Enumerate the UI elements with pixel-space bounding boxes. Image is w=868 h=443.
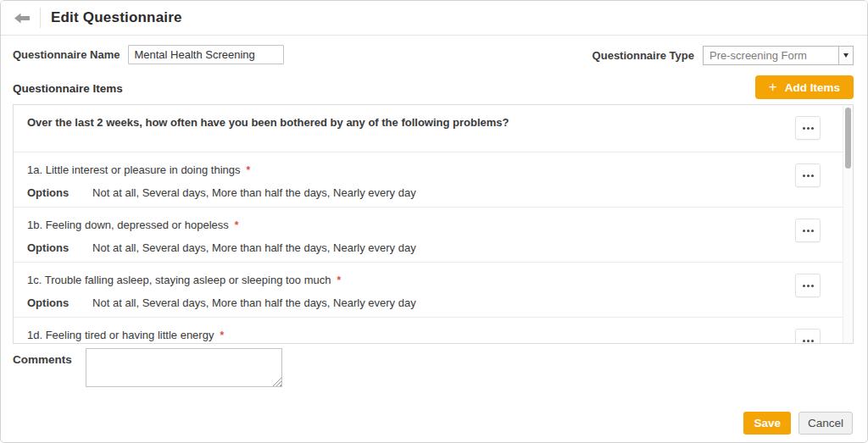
- options-label: Options: [27, 241, 69, 255]
- item-text: Over the last 2 weeks, how often have yo…: [27, 116, 792, 130]
- arrow-left-icon: [14, 13, 30, 24]
- questionnaire-item-row: 1d. Feeling tired or having little energ…: [14, 318, 843, 343]
- ellipsis-icon: [811, 174, 814, 177]
- footer-actions: Save Cancel: [743, 412, 853, 435]
- select-arrow-button[interactable]: [838, 47, 853, 64]
- item-menu-button[interactable]: [795, 329, 821, 343]
- items-section-heading: Questionnaire Items: [13, 82, 123, 95]
- options-values: Not at all, Several days, More than half…: [92, 241, 416, 255]
- questionnaire-item-row: 1a. Little interest or pleasure in doing…: [14, 152, 843, 208]
- comments-label: Comments: [13, 353, 86, 387]
- ellipsis-icon: [807, 174, 810, 177]
- ellipsis-icon: [807, 127, 810, 130]
- item-text: 1d. Feeling tired or having little energ…: [27, 329, 792, 342]
- item-menu-button[interactable]: [795, 274, 821, 297]
- item-options-row: Options Not at all, Several days, More t…: [27, 186, 792, 200]
- required-asterisk: *: [235, 219, 239, 231]
- questionnaire-type-value: Pre-screening Form: [704, 49, 838, 62]
- items-scroll-area: Over the last 2 weeks, how often have yo…: [14, 105, 843, 343]
- add-items-button[interactable]: + Add Items: [755, 75, 854, 99]
- options-values: Not at all, Several days, More than half…: [92, 296, 416, 310]
- options-values: Not at all, Several days, More than half…: [92, 186, 416, 200]
- ellipsis-icon: [803, 285, 805, 287]
- ellipsis-icon: [811, 285, 814, 287]
- questionnaire-item-row: 1c. Trouble falling asleep, staying asle…: [14, 263, 843, 318]
- item-text: 1a. Little interest or pleasure in doing…: [27, 163, 792, 177]
- ellipsis-icon: [803, 174, 805, 177]
- item-text: 1c. Trouble falling asleep, staying asle…: [27, 274, 792, 287]
- required-asterisk: *: [220, 329, 224, 341]
- required-asterisk: *: [337, 274, 341, 286]
- ellipsis-icon: [803, 340, 805, 342]
- options-label: Options: [27, 296, 69, 310]
- required-asterisk: *: [247, 164, 251, 176]
- save-button[interactable]: Save: [743, 412, 791, 435]
- questionnaire-type-label: Questionnaire Type: [593, 49, 694, 62]
- ellipsis-icon: [811, 340, 814, 342]
- scrollbar-thumb[interactable]: [845, 108, 851, 169]
- add-items-label: Add Items: [785, 81, 840, 94]
- comments-row: Comments: [13, 348, 282, 387]
- ellipsis-icon: [803, 127, 805, 130]
- item-menu-button[interactable]: [795, 219, 821, 242]
- items-section-header: Questionnaire Items + Add Items: [13, 75, 854, 101]
- questionnaire-items-list: Over the last 2 weeks, how often have yo…: [13, 104, 854, 344]
- header: Edit Questionnaire: [1, 1, 867, 36]
- questionnaire-item-row: 1b. Feeling down, depressed or hopeless*…: [14, 208, 843, 263]
- edit-questionnaire-page: Edit Questionnaire Questionnaire Name Qu…: [0, 0, 868, 443]
- ellipsis-icon: [811, 127, 814, 130]
- item-options-row: Options Not at all, Several days, More t…: [27, 241, 792, 255]
- questionnaire-name-label: Questionnaire Name: [13, 48, 120, 61]
- questionnaire-type-select[interactable]: Pre-screening Form: [703, 46, 854, 65]
- scrollbar-track[interactable]: [843, 105, 853, 343]
- ellipsis-icon: [811, 230, 814, 232]
- ellipsis-icon: [803, 230, 805, 232]
- item-menu-button[interactable]: [795, 163, 821, 187]
- ellipsis-icon: [807, 285, 810, 287]
- page-title: Edit Questionnaire: [51, 9, 182, 26]
- ellipsis-icon: [807, 340, 810, 342]
- item-options-row: Options Not at all, Several days, More t…: [27, 296, 792, 310]
- options-label: Options: [27, 186, 69, 200]
- chevron-down-icon: [843, 53, 849, 58]
- form-row: Questionnaire Name Questionnaire Type Pr…: [13, 45, 854, 65]
- header-divider: [40, 8, 41, 28]
- item-text: 1b. Feeling down, depressed or hopeless*: [27, 219, 792, 232]
- back-button[interactable]: [13, 8, 31, 27]
- comments-textarea[interactable]: [86, 348, 282, 387]
- ellipsis-icon: [807, 230, 810, 232]
- cancel-button[interactable]: Cancel: [798, 412, 853, 435]
- questionnaire-item-row: Over the last 2 weeks, how often have yo…: [14, 105, 843, 152]
- plus-icon: +: [769, 80, 777, 94]
- item-menu-button[interactable]: [795, 116, 821, 140]
- questionnaire-name-input[interactable]: [128, 45, 284, 64]
